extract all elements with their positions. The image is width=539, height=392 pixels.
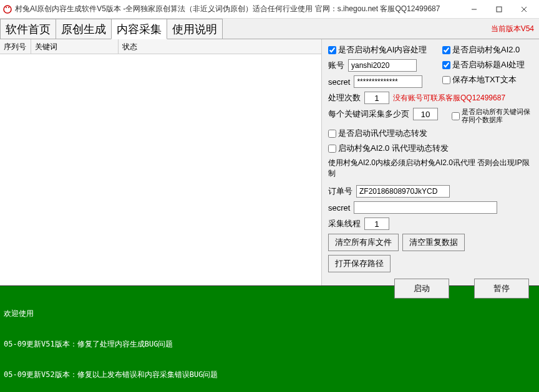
tab-generate[interactable]: 原创生成 — [56, 19, 112, 39]
secret2-input[interactable] — [354, 201, 497, 214]
chk-ai-content[interactable]: 是否启动村兔AI内容处理 — [328, 44, 427, 55]
version-label: 当前版本V54 — [491, 24, 534, 34]
account-label: 账号 — [328, 60, 344, 71]
console-line: 05-09更新V51版本：修复了处理内容生成BUG问题 — [4, 339, 535, 349]
app-icon — [2, 4, 12, 14]
col-status[interactable]: 状态 — [119, 39, 321, 54]
col-keyword[interactable]: 关键词 — [31, 39, 119, 54]
grid-body[interactable] — [0, 54, 321, 285]
close-button[interactable] — [512, 1, 537, 18]
chk-all-kw-db[interactable]: 是否启动所有关键词保存同个数据库 — [452, 108, 533, 124]
minimize-button[interactable] — [462, 1, 487, 18]
pages-per-kw-label: 每个关键词采集多少页 — [328, 108, 409, 120]
data-grid: 序列号 关键词 状态 — [0, 39, 322, 285]
open-path-button[interactable]: 打开保存路径 — [328, 255, 391, 272]
tab-collect[interactable]: 内容采集 — [111, 19, 167, 39]
chk-ai2[interactable]: 是否启动村兔AI2.0 — [442, 44, 533, 55]
console-line: 欢迎使用 — [4, 308, 535, 318]
titlebar: 村兔AI原创内容生成软件V5版本 -全网独家原创算法（非近义词伪原创）适合任何行… — [0, 0, 539, 19]
start-button[interactable]: 启动 — [394, 279, 449, 299]
grid-header: 序列号 关键词 状态 — [0, 39, 321, 54]
ai2-note: 使用村兔AI2.0内核必须启动村兔AI2.0讯代理 否则会出现IP限制 — [328, 158, 533, 179]
secret-label: secret — [328, 77, 350, 87]
tab-help[interactable]: 使用说明 — [167, 19, 223, 39]
chk-save-txt[interactable]: 保存本地TXT文本 — [442, 74, 533, 85]
pages-per-kw-input[interactable] — [413, 108, 438, 120]
col-seq[interactable]: 序列号 — [0, 39, 31, 54]
console-line: 05-09更新V52版本：修复以上发布错误和内容采集错误BUG问题 — [4, 370, 535, 380]
order-label: 订单号 — [328, 186, 352, 197]
process-count-input[interactable] — [364, 92, 389, 104]
window-title: 村兔AI原创内容生成软件V5版本 -全网独家原创算法（非近义词伪原创）适合任何行… — [15, 4, 462, 14]
maximize-button[interactable] — [487, 1, 512, 18]
tab-home[interactable]: 软件首页 — [0, 19, 56, 39]
settings-panel: 是否启动村兔AI内容处理 账号 secret 是否启动村兔AI2.0 是否启动标… — [322, 39, 539, 285]
order-input[interactable] — [356, 185, 450, 198]
tabstrip: 软件首页 原创生成 内容采集 使用说明 当前版本V54 — [0, 19, 539, 39]
svg-point-2 — [8, 7, 9, 8]
pause-button[interactable]: 暂停 — [474, 279, 529, 299]
chk-ai2-xundaili[interactable]: 启动村兔AI2.0 讯代理动态转发 — [328, 143, 449, 154]
clear-dup-button[interactable]: 清空重复数据 — [402, 234, 465, 251]
svg-point-1 — [6, 7, 7, 8]
threads-label: 采集线程 — [328, 218, 361, 229]
no-account-hint: 没有账号可联系客服QQ12499687 — [393, 93, 505, 103]
account-input[interactable] — [348, 59, 417, 72]
threads-input[interactable] — [364, 218, 389, 230]
secret-input[interactable] — [354, 75, 422, 88]
main-area: 序列号 关键词 状态 是否启动村兔AI内容处理 账号 secret — [0, 39, 539, 285]
console-log[interactable]: 欢迎使用 05-09更新V51版本：修复了处理内容生成BUG问题 05-09更新… — [0, 285, 539, 392]
chk-title-ai[interactable]: 是否启动标题AI处理 — [442, 59, 533, 70]
clear-lib-button[interactable]: 清空所有库文件 — [328, 234, 399, 251]
process-count-label: 处理次数 — [328, 92, 361, 103]
chk-xundaili[interactable]: 是否启动讯代理动态转发 — [328, 128, 427, 139]
svg-point-0 — [4, 6, 11, 13]
secret2-label: secret — [328, 203, 350, 213]
svg-rect-4 — [497, 7, 502, 12]
